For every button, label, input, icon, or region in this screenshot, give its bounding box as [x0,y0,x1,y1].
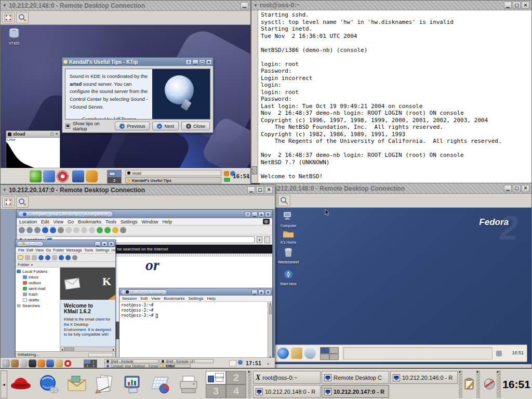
zoom-out-icon[interactable] [104,227,111,233]
kmail-title-pill[interactable]: KMail [17,241,44,247]
help-lifering-icon[interactable] [57,170,69,182]
menu-item[interactable]: View [151,296,160,301]
desktop-icon-wastebasket[interactable]: Wastebasket [274,247,303,264]
workspace-active[interactable] [320,347,329,354]
find-icon[interactable] [120,227,126,233]
panel-clock[interactable]: 17:51 [246,361,261,366]
task-button-rdc[interactable]: Remote Desktop C [322,371,389,384]
maximize-button[interactable]: ▢ [199,59,205,65]
applet-handle[interactable] [459,370,462,398]
window-menu-icon[interactable]: ▼ [254,3,258,8]
workspace-pager[interactable]: 2 [107,170,122,183]
panel-clock[interactable]: 16:51 [512,350,524,355]
home-icon[interactable] [37,360,45,367]
task-button-xload[interactable]: xload [125,170,221,176]
panel-expand-arrow[interactable]: ▸ [247,174,249,178]
menu-item[interactable]: Tools [84,248,94,252]
konsole-content[interactable]: root@oss-3:~# root@oss-3:~# root@oss-3:~… [119,302,272,358]
zoom-button[interactable] [16,196,29,208]
minimize-button[interactable]: ▁ [504,2,512,9]
help-lifering-icon[interactable] [64,360,72,367]
konqueror-title-pill[interactable]: Conquer your Desktop! - Konqueror [18,211,113,217]
find-icon[interactable] [72,255,77,260]
close-button[interactable]: ✕ [265,289,271,295]
kmenu-icon[interactable] [2,360,10,367]
next-button[interactable]: ▸Next [152,122,179,130]
titlebar-rdc-146[interactable]: ▼ 10.212.20.146:0 - Remote Desktop Conne… [260,183,531,194]
task-button-konsole1[interactable]: Shell - Konsole [104,359,158,363]
home-icon[interactable] [42,227,48,233]
konsole-title-pill[interactable]: Shell - Konsole [121,289,167,295]
fullscreen-button[interactable] [2,12,15,23]
new-mail-icon[interactable] [18,255,23,260]
rhn-alert-applet[interactable] [483,378,496,392]
maximize-button[interactable]: ▢ [513,185,521,192]
desktop-icon-start-here[interactable]: Start Here [274,269,303,286]
maximize-button[interactable]: ▲ [101,241,108,247]
save-icon[interactable] [25,255,30,260]
workspace[interactable] [329,354,339,361]
task-button-kmail[interactable]: KMail [159,364,191,368]
desktop-icon-vt420[interactable]: VT420 [2,28,26,45]
menu-item[interactable]: Go [46,248,51,252]
office-icon[interactable] [291,348,302,359]
task-button-148[interactable]: 10.212.20.148:0 - R [253,385,321,398]
menu-item[interactable]: Help [207,296,215,301]
minimize-button[interactable]: ▁ [192,59,198,65]
window-menu-icon[interactable]: ▼ [3,3,7,8]
minimize-button[interactable]: ▁ [241,2,248,9]
menu-item[interactable]: Settings [95,248,109,252]
menu-item[interactable]: Help [163,219,172,224]
maximize-button[interactable]: ▢ [256,187,264,194]
workspace-switcher[interactable] [320,347,339,360]
task-button-146[interactable]: 10.212.20.146:0 - R [390,371,458,384]
konqueror-icon[interactable] [72,170,84,182]
clock-applet[interactable]: 16:51 [500,369,532,399]
spreadsheet-launcher[interactable] [148,371,175,397]
maximize-button[interactable]: ▢ [513,2,521,9]
workspace-4[interactable]: 4 [226,384,246,398]
minimize-button[interactable]: ▁ [251,211,258,217]
maximize-button[interactable]: ▲ [258,211,264,217]
check-mail-all-icon[interactable] [45,255,50,260]
pager-workspace-2[interactable]: 2 [90,360,97,364]
close-button[interactable]: ✕ [522,2,529,9]
menu-item[interactable]: Edit [41,219,49,224]
panel-hide-button[interactable]: ◂ [1,370,7,398]
desktop-icon-home[interactable]: K's Home [274,230,303,244]
zoom-in-icon[interactable] [97,227,103,233]
tray-icon[interactable] [496,351,502,356]
window-menu-icon[interactable]: ▼ [3,188,7,192]
fullscreen-button[interactable] [2,196,15,208]
menu-item[interactable]: Settings [121,219,138,224]
home-icon[interactable] [43,170,55,182]
close-button[interactable]: ✕ [55,132,58,136]
terminal-scrollbar[interactable] [251,10,258,183]
suse-menu-icon[interactable] [30,170,42,182]
menu-item[interactable]: Bookmarks [78,219,101,224]
show-desktop-icon[interactable] [11,360,19,367]
folder-item-drafts[interactable]: drafts [17,297,60,303]
close-button[interactable]: ✕ [108,241,114,247]
minimize-button[interactable]: ▁ [504,185,512,192]
menu-item[interactable]: File [18,248,24,252]
menu-item[interactable]: Tools [105,219,116,224]
forward-icon[interactable] [26,227,33,233]
applet-handle[interactable] [476,370,480,398]
previous-message-icon[interactable] [59,255,64,260]
folder-column-header[interactable]: Folder▾ [16,262,115,268]
copy-icon[interactable] [73,227,79,233]
titlebar-terminal[interactable]: ▼ root@oss-0:~ ▁ ▢ ✕ [251,1,531,10]
task-button-ktip[interactable]: Kandalf's Useful Tips [125,177,221,183]
task-button-oss0[interactable]: Xroot@oss-0:~ [253,371,321,384]
workspace[interactable] [320,354,329,361]
pager-workspace-4[interactable]: 4 [90,364,97,367]
show-tips-checkbox[interactable] [65,124,70,129]
xload-titlebar[interactable]: xload ▢ ✕ [6,131,60,138]
kmail-icon[interactable] [55,360,63,367]
menu-item[interactable]: Edit [26,248,33,252]
konqueror-titlebar[interactable]: Conquer your Desktop! - Konqueror ? ▁ ▲ … [17,210,272,218]
desktop-icon-computer[interactable]: Computer [274,211,303,228]
close-button[interactable]: ✕ [265,187,273,194]
tray-icon[interactable] [229,360,236,366]
